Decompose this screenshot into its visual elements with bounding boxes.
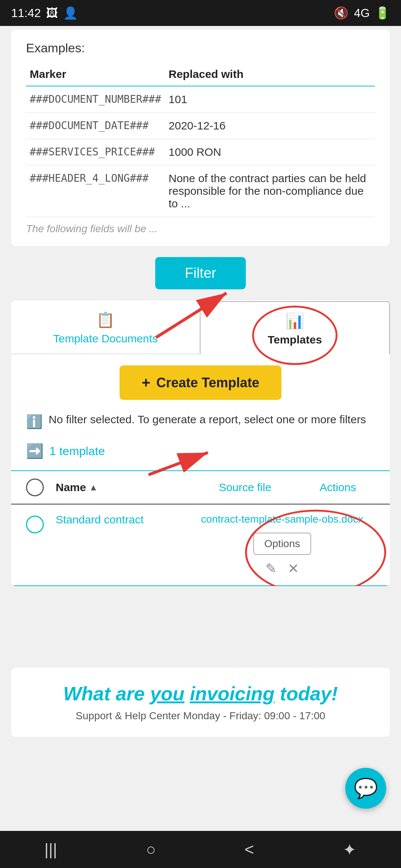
row-radio[interactable] — [26, 516, 44, 533]
arrow-circle-icon: ➡️ — [26, 443, 43, 459]
battery-icon: 🔋 — [375, 6, 390, 20]
signal-icon: 4G — [354, 6, 370, 20]
nav-back-icon[interactable]: < — [245, 840, 254, 859]
time: 11:42 — [11, 6, 41, 20]
nav-bar: ||| ○ < ✦ — [0, 831, 401, 868]
examples-label: Examples: — [26, 41, 375, 55]
footer-invoicing: invoicing — [190, 683, 274, 704]
nav-menu-icon[interactable]: ||| — [45, 840, 57, 859]
status-bar: 11:42 🖼 👤 🔇 4G 🔋 — [0, 0, 401, 26]
marker-col-header: Marker — [26, 63, 165, 86]
header-name-col: Name ▲ — [56, 481, 189, 494]
footer-support-label: Support & Help Center — [76, 710, 180, 721]
chat-fab-icon: 💬 — [354, 777, 378, 800]
header-checkbox-col — [26, 479, 56, 496]
value-cell-2: 1000 RON — [165, 139, 375, 165]
create-template-button[interactable]: + Create Template — [120, 365, 282, 400]
template-documents-icon: 📋 — [96, 311, 115, 329]
footer-hours: Monday - Friday: 09:00 - 17:00 — [183, 710, 325, 721]
action-icons: ✎ ✕ — [265, 561, 299, 576]
footer-banner: What are you invoicing today! Support & … — [11, 668, 390, 737]
fade-text: The following fields will be ... — [26, 223, 375, 235]
info-banner: ℹ️ No filter selected. To generate a rep… — [11, 407, 390, 439]
footer-support: Support & Help Center Monday - Friday: 0… — [26, 710, 375, 722]
value-cell-3: None of the contract parties can be held… — [165, 165, 375, 217]
mute-icon: 🔇 — [334, 6, 349, 20]
person-icon: 👤 — [63, 6, 78, 20]
chat-fab[interactable]: 💬 — [345, 768, 386, 809]
footer-you: you — [150, 683, 184, 704]
marker-cell-1: ###DOCUMENT_DATE### — [26, 113, 165, 139]
table-row: ###DOCUMENT_DATE### 2020-12-16 — [26, 113, 375, 139]
create-button-wrap: + Create Template — [11, 354, 390, 407]
marker-cell-2: ###SERVICES_PRICE### — [26, 139, 165, 165]
nav-home-icon[interactable]: ○ — [146, 840, 156, 859]
table-row: ###HEADER_4_LONG### None of the contract… — [26, 165, 375, 217]
status-right: 🔇 4G 🔋 — [334, 6, 390, 20]
row-name: Standard contract — [56, 513, 189, 526]
nav-accessibility-icon[interactable]: ✦ — [343, 840, 356, 859]
list-header: Name ▲ Source file Actions — [11, 470, 390, 504]
list-row-0: Standard contract contract-template-samp… — [11, 504, 390, 586]
marker-cell-3: ###HEADER_4_LONG### — [26, 165, 165, 217]
row-checkbox-col — [26, 513, 56, 533]
main-card: 📋 Template Documents 📊 Templates + Creat… — [11, 300, 390, 586]
examples-card: Examples: Marker Replaced with ###DOCUME… — [11, 30, 390, 246]
filter-button[interactable]: Filter — [155, 257, 246, 289]
photo-icon: 🖼 — [46, 6, 58, 20]
table-row: ###DOCUMENT_NUMBER### 101 — [26, 86, 375, 113]
delete-icon-button[interactable]: ✕ — [288, 561, 299, 576]
tab-templates-label: Templates — [268, 333, 322, 346]
plus-icon: + — [142, 374, 150, 391]
name-col-label: Name — [56, 481, 86, 494]
create-template-label: Create Template — [156, 375, 259, 391]
info-text: No filter selected. To generate a report… — [49, 411, 366, 428]
header-source-col: Source file — [189, 481, 301, 494]
value-cell-0: 101 — [165, 86, 375, 113]
edit-icon: ✎ — [265, 561, 277, 576]
footer-tagline: What are you invoicing today! — [26, 683, 375, 705]
row-source-actions: contract-template-sample-obs.docx Option… — [189, 513, 375, 576]
delete-icon: ✕ — [288, 561, 299, 576]
value-cell-1: 2020-12-16 — [165, 113, 375, 139]
template-count-row: ➡️ 1 template — [11, 439, 390, 470]
source-file-name: contract-template-sample-obs.docx — [201, 513, 363, 525]
edit-icon-button[interactable]: ✎ — [265, 561, 277, 576]
options-button[interactable]: Options — [253, 533, 312, 555]
header-radio[interactable] — [26, 479, 44, 496]
bottom-spacer — [0, 590, 401, 664]
sort-arrow-icon[interactable]: ▲ — [89, 482, 98, 493]
info-icon: ℹ️ — [26, 412, 43, 432]
marker-table: Marker Replaced with ###DOCUMENT_NUMBER#… — [26, 63, 375, 217]
marker-cell-0: ###DOCUMENT_NUMBER### — [26, 86, 165, 113]
tab-templates[interactable]: 📊 Templates — [200, 301, 390, 354]
filter-button-wrap: Filter — [0, 246, 401, 297]
status-left: 11:42 🖼 👤 — [11, 6, 78, 20]
tab-template-documents[interactable]: 📋 Template Documents — [11, 300, 200, 354]
header-actions-col: Actions — [301, 481, 375, 494]
template-count-text: 1 template — [49, 444, 105, 458]
table-row: ###SERVICES_PRICE### 1000 RON — [26, 139, 375, 165]
tabs-row: 📋 Template Documents 📊 Templates — [11, 300, 390, 354]
templates-icon: 📊 — [286, 312, 304, 330]
tab-template-documents-label: Template Documents — [53, 332, 158, 345]
replaced-col-header: Replaced with — [165, 63, 375, 86]
